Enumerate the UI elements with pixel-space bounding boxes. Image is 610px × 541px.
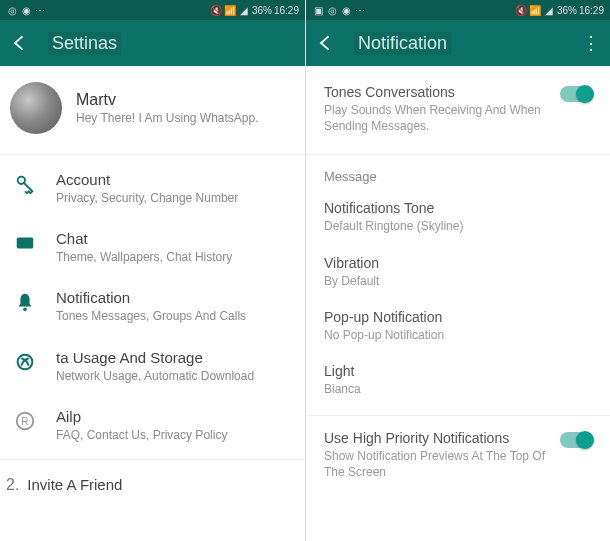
item-title: Invite A Friend [27, 476, 122, 493]
notification-content: Tones Conversations Play Sounds When Rec… [306, 66, 610, 491]
light-row[interactable]: Light Bianca [306, 353, 610, 407]
tones-conversations-row[interactable]: Tones Conversations Play Sounds When Rec… [306, 66, 610, 144]
divider [306, 415, 610, 416]
popup-row[interactable]: Pop-up Notification No Pop-up Notificati… [306, 299, 610, 353]
row-title: Light [324, 363, 592, 379]
app-status-icon: ◉ [20, 4, 32, 16]
row-title: Notifications Tone [324, 200, 592, 216]
row-title: Vibration [324, 255, 592, 271]
row-title: Use High Priority Notifications [324, 430, 552, 446]
item-subtitle: FAQ, Contact Us, Privacy Policy [56, 427, 291, 443]
section-message: Message [306, 159, 610, 190]
item-title: Chat [56, 230, 291, 247]
high-priority-row[interactable]: Use High Priority Notifications Show Not… [306, 420, 610, 490]
invite-prefix: 2. [6, 476, 19, 494]
bell-icon [14, 291, 36, 313]
settings-item-notification[interactable]: Notification Tones Messages, Groups And … [0, 277, 305, 336]
row-title: Tones Conversations [324, 84, 552, 100]
page-title: Settinas [48, 32, 121, 55]
item-subtitle: Tones Messages, Groups And Calls [56, 308, 291, 324]
notification-tone-row[interactable]: Notifications Tone Default Ringtone (Sky… [306, 190, 610, 244]
row-title: Pop-up Notification [324, 309, 592, 325]
status-bar: ▣ ◎ ◉ ⋯ 🔇 📶 ◢ 36% 16:29 [306, 0, 610, 20]
svg-point-2 [23, 308, 27, 312]
divider [0, 154, 305, 155]
settings-item-chat[interactable]: Chat Theme, Wallpapers, Chat History [0, 218, 305, 277]
wifi-icon: 📶 [529, 4, 541, 16]
help-icon: R [14, 410, 36, 432]
clock: 16:29 [274, 5, 299, 16]
high-priority-switch[interactable] [560, 432, 592, 448]
item-title: ta Usage And Storage [56, 349, 291, 366]
settings-content: Martv Hey There! I Am Using WhatsApp. Ac… [0, 66, 305, 506]
profile-status: Hey There! I Am Using WhatsApp. [76, 111, 259, 125]
battery-text: 36% [557, 5, 577, 16]
status-bar: ◎ ◉ ⋯ 🔇 📶 ◢ 36% 16:29 [0, 0, 305, 20]
notification-screen: ▣ ◎ ◉ ⋯ 🔇 📶 ◢ 36% 16:29 Notification ⋮ T… [305, 0, 610, 541]
status-right: 🔇 📶 ◢ 36% 16:29 [210, 4, 299, 16]
avatar [10, 82, 62, 134]
item-title: Account [56, 171, 291, 188]
overflow-menu-icon[interactable]: ⋮ [582, 32, 600, 54]
chat-icon [14, 232, 36, 254]
back-icon[interactable] [316, 33, 336, 53]
shield-icon: ◉ [340, 4, 352, 16]
back-icon[interactable] [10, 33, 30, 53]
clock: 16:29 [579, 5, 604, 16]
mute-icon: 🔇 [210, 4, 222, 16]
profile-name: Martv [76, 91, 259, 109]
row-subtitle: Bianca [324, 381, 592, 397]
row-subtitle: Default Ringtone (Skyline) [324, 218, 592, 234]
svg-point-3 [18, 354, 33, 369]
wifi-icon: 📶 [224, 4, 236, 16]
settings-item-account[interactable]: Account Privacy, Security, Change Number [0, 159, 305, 218]
app-status-icon: ◎ [326, 4, 338, 16]
row-subtitle: Play Sounds When Receiving And When Send… [324, 102, 552, 134]
item-title: Ailp [56, 408, 291, 425]
item-subtitle: Theme, Wallpapers, Chat History [56, 249, 291, 265]
svg-rect-1 [17, 238, 34, 249]
signal-icon: ◢ [543, 4, 555, 16]
page-title: Notification [354, 32, 451, 55]
row-subtitle: By Default [324, 273, 592, 289]
status-left: ▣ ◎ ◉ ⋯ [312, 4, 366, 16]
image-icon: ▣ [312, 4, 324, 16]
status-left: ◎ ◉ ⋯ [6, 4, 46, 16]
settings-item-data[interactable]: ta Usage And Storage Network Usage, Auto… [0, 337, 305, 396]
key-icon [14, 173, 36, 195]
battery-text: 36% [252, 5, 272, 16]
settings-screen: ◎ ◉ ⋯ 🔇 📶 ◢ 36% 16:29 Settinas Martv Hey… [0, 0, 305, 541]
more-icon: ⋯ [354, 4, 366, 16]
app-status-icon: ◎ [6, 4, 18, 16]
status-right: 🔇 📶 ◢ 36% 16:29 [515, 4, 604, 16]
more-icon: ⋯ [34, 4, 46, 16]
divider [0, 459, 305, 460]
signal-icon: ◢ [238, 4, 250, 16]
svg-text:R: R [21, 415, 28, 426]
item-title: Notification [56, 289, 291, 306]
item-subtitle: Privacy, Security, Change Number [56, 190, 291, 206]
settings-item-invite[interactable]: 2. Invite A Friend [0, 464, 305, 506]
vibration-row[interactable]: Vibration By Default [306, 245, 610, 299]
app-bar: Notification ⋮ [306, 20, 610, 66]
row-subtitle: No Pop-up Notification [324, 327, 592, 343]
app-bar: Settinas [0, 20, 305, 66]
data-icon [14, 351, 36, 373]
settings-item-help[interactable]: R Ailp FAQ, Contact Us, Privacy Policy [0, 396, 305, 455]
tones-switch[interactable] [560, 86, 592, 102]
item-subtitle: Network Usage, Automatic Download [56, 368, 291, 384]
divider [306, 154, 610, 155]
row-subtitle: Show Notification Previews At The Top Of… [324, 448, 552, 480]
mute-icon: 🔇 [515, 4, 527, 16]
profile-row[interactable]: Martv Hey There! I Am Using WhatsApp. [0, 66, 305, 150]
